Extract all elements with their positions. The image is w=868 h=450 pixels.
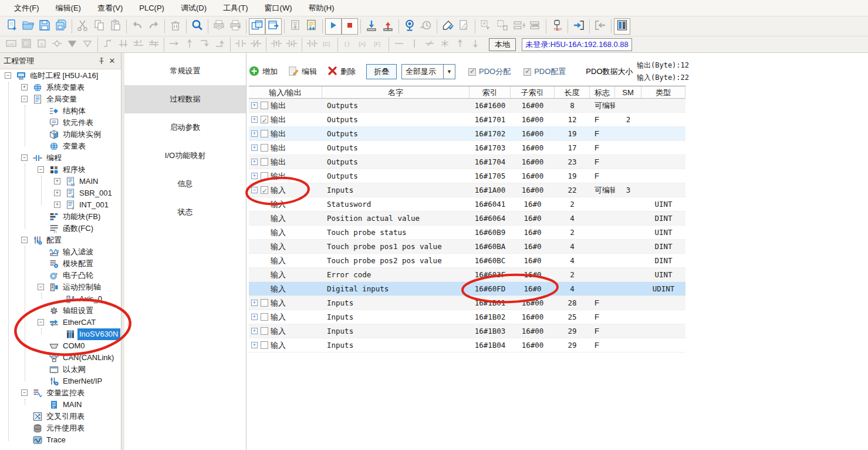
table-row-16#1600[interactable]: +输出Outputs16#160016#008可编辑 [249, 99, 685, 113]
arrow-down-filled-button[interactable] [65, 38, 80, 52]
tree-item-[interactable]: −编程 [0, 152, 121, 164]
login-button[interactable] [570, 18, 587, 35]
line-up-button[interactable] [182, 38, 197, 52]
rung-hook-button[interactable] [100, 38, 116, 52]
arrow-down-open-button[interactable] [80, 38, 95, 52]
edit-button[interactable]: 编辑 [288, 66, 317, 78]
table-row-digital-inputs[interactable]: 输入Digital inputs16#60FD16#04UDINT [249, 282, 685, 296]
menu-h[interactable]: 帮助(H) [300, 0, 343, 16]
tree-item-h5ua16[interactable]: −临时工程 [H5U-A16] [0, 70, 121, 82]
pdo-config-checkbox[interactable]: PDO配置 [523, 66, 566, 77]
menu-t[interactable]: 工具(T) [215, 0, 256, 16]
tree-item-[interactable]: 变量表 [0, 140, 121, 152]
pdo-checkbox[interactable] [261, 116, 268, 123]
contact-closed-button[interactable] [248, 38, 264, 52]
tree-item-[interactable]: 电子凸轮 [0, 270, 121, 281]
upload-plc-button[interactable] [380, 18, 396, 35]
tab-[interactable]: 常规设置 [124, 57, 246, 85]
collapse-icon[interactable]: − [5, 72, 11, 79]
menu-d[interactable]: 调试(D) [173, 0, 215, 16]
coil-paren-button[interactable]: ( ) [340, 38, 356, 52]
paste-button[interactable] [107, 18, 124, 35]
corner-up-button[interactable] [212, 38, 228, 52]
expand-icon[interactable]: + [251, 159, 258, 165]
login-status-field[interactable]: 未登录:H5U-16A:192.168.0.88 [522, 38, 632, 51]
table-row-16#1B04[interactable]: +输入Inputs16#1B0416#0029F [249, 338, 685, 352]
monitor-button[interactable] [401, 18, 418, 35]
collapse-icon[interactable]: − [21, 155, 28, 161]
rung-step-button[interactable] [131, 38, 146, 52]
row-remove-button[interactable] [527, 18, 543, 35]
rung-rail-button[interactable] [146, 38, 161, 52]
matrix-delete-button[interactable] [494, 18, 511, 35]
contact-open-button[interactable] [233, 38, 248, 52]
print-preview-button[interactable] [211, 18, 227, 35]
export-window-button[interactable] [265, 18, 282, 35]
table-row-touch-probe-pos1-pos-value[interactable]: 输入Touch probe pos1 pos value16#60BA16#04… [249, 240, 685, 254]
collapse-icon[interactable]: − [38, 319, 44, 325]
tab-io[interactable]: I/O功能映射 [124, 142, 246, 170]
trace-clock-button[interactable] [418, 18, 434, 35]
tree-item-[interactable]: 结构体 [0, 105, 121, 117]
table-row-16#1704[interactable]: +输出Outputs16#170416#0023F [249, 155, 685, 169]
print-button[interactable] [227, 18, 244, 35]
menu-f[interactable]: 文件(F) [6, 0, 48, 16]
write-enable-button[interactable] [440, 18, 456, 35]
tab-[interactable]: 状态 [124, 198, 246, 226]
pdo-assign-checkbox[interactable]: PDO分配 [468, 66, 511, 77]
expand-icon[interactable]: + [251, 116, 258, 123]
tree-item-[interactable]: 输入滤波 [0, 246, 121, 258]
tree-item-[interactable]: 轴组设置 [0, 305, 121, 317]
table-row-16#1702[interactable]: +输出Outputs16#170216#0019F [249, 127, 685, 141]
pdo-checkbox[interactable] [261, 327, 268, 335]
row-insert-button[interactable] [511, 18, 527, 35]
doc-download-button[interactable] [287, 18, 303, 35]
collapse-icon[interactable]: − [21, 237, 28, 243]
column-header-2[interactable]: 索引 [470, 86, 511, 99]
contact-rising-button[interactable] [269, 38, 284, 52]
tree-item-sbr_001[interactable]: +SSBR_001 [0, 187, 121, 199]
rung-parallel-button[interactable] [116, 38, 131, 52]
memory-book-button[interactable] [614, 18, 630, 35]
sfc-step-small-button[interactable]: S [34, 38, 49, 52]
collapse-icon[interactable]: − [38, 284, 44, 290]
table-row-position-actual-value[interactable]: 输入Position actual value16#606416#04DINT [249, 211, 685, 226]
pdo-checkbox[interactable] [261, 172, 268, 180]
expand-icon[interactable]: + [251, 328, 258, 334]
arrow-down-button[interactable] [468, 38, 483, 52]
tree-item-main[interactable]: MAIN [0, 399, 121, 411]
matrix-paste-button[interactable] [478, 18, 494, 35]
pdo-checkbox[interactable] [261, 102, 268, 109]
open-folder-button[interactable] [20, 18, 36, 35]
lad-box-button[interactable]: LAD [4, 38, 19, 52]
tree-item-[interactable]: 元件使用表 [0, 422, 121, 434]
close-icon[interactable]: ✕ [107, 56, 117, 66]
column-header-6[interactable]: SM [615, 86, 641, 99]
local-mode-button[interactable]: 本地 [489, 38, 516, 51]
tree-item-[interactable]: +系统变量表 [0, 82, 121, 93]
pdo-checkbox[interactable] [261, 130, 268, 137]
vline-button[interactable] [407, 38, 422, 52]
column-header-5[interactable]: 标志 [590, 86, 615, 99]
table-row-error-code[interactable]: 输入Error code16#603F16#02UINT [249, 268, 685, 282]
column-header-4[interactable]: 长度 [555, 86, 590, 99]
column-header-7[interactable]: 类型 [641, 86, 685, 99]
test-device-button[interactable]: TEST [549, 18, 565, 35]
compile-button[interactable] [303, 18, 320, 35]
tree-item-trace[interactable]: Trace [0, 434, 121, 446]
tree-item-[interactable]: −程序块 [0, 164, 121, 176]
table-row-16#1B03[interactable]: +输入Inputs16#1B0316#0029F [249, 324, 685, 338]
hline-button[interactable] [391, 38, 407, 52]
table-row-16#1703[interactable]: +输出Outputs16#170316#0017F [249, 141, 685, 155]
menu-plcp[interactable]: PLC(P) [131, 0, 173, 16]
slash-line-button[interactable] [422, 38, 437, 52]
coil-branch-button[interactable] [49, 38, 65, 52]
pdo-checkbox[interactable] [261, 186, 268, 194]
undo-button[interactable] [129, 18, 146, 35]
save-button[interactable] [36, 18, 53, 35]
collapse-button[interactable]: 折叠 [366, 64, 397, 79]
contact-falling-button[interactable] [284, 38, 299, 52]
sfc-step-button[interactable]: S [19, 38, 34, 52]
coil-a-button[interactable]: {A} [356, 38, 371, 52]
coil-c-button[interactable]: {C} [320, 38, 335, 52]
